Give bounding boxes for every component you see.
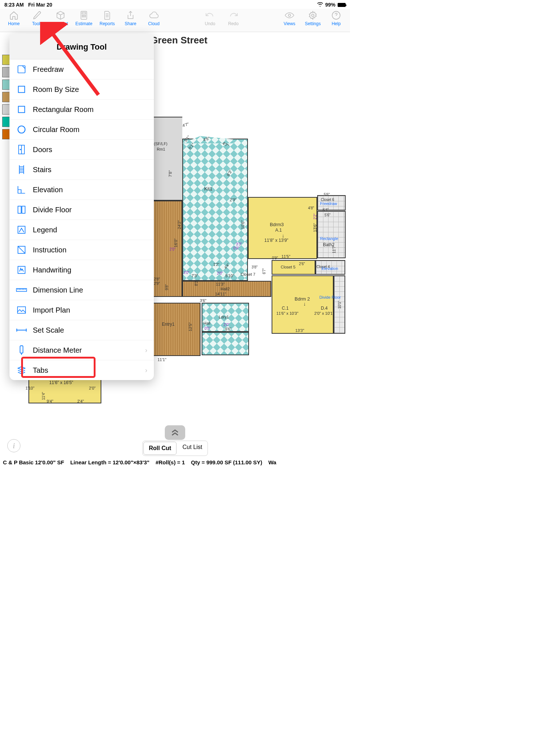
home-button[interactable]: Home: [2, 10, 26, 26]
svg-rect-12: [18, 66, 25, 73]
menu-import-plan[interactable]: Import Plan: [9, 300, 154, 320]
dim: 11'1": [158, 357, 166, 362]
dim: 8'3": [194, 280, 198, 286]
dim: 0'9": [272, 256, 278, 260]
svg-rect-20: [18, 226, 25, 233]
collapse-up-button[interactable]: [165, 425, 185, 440]
room-sub: A.1: [275, 228, 282, 233]
footer-product: C & P Basic 12'0.00" SF: [3, 459, 64, 465]
cloud-button[interactable]: Cloud: [142, 10, 166, 26]
roll-cut-tab[interactable]: Roll Cut: [143, 442, 176, 455]
dim: 9'4": [47, 399, 53, 403]
room-label: Closet 6: [321, 198, 334, 202]
dim: 2'0": [217, 271, 223, 275]
undo-button[interactable]: Undo: [198, 10, 222, 26]
menu-rectangular-room[interactable]: Rectangular Room: [9, 100, 154, 120]
room-label: Kit1: [204, 186, 212, 191]
room-dim: 11'8" x 13'9": [264, 238, 288, 243]
svg-point-15: [18, 126, 25, 133]
circle-icon: [16, 124, 27, 135]
door-icon: [16, 144, 27, 155]
dim: 10'6": [241, 220, 245, 229]
dim: 6'6": [225, 327, 232, 331]
room-bath2[interactable]: [317, 211, 346, 258]
svg-rect-1: [82, 12, 86, 14]
dim: 3'8": [252, 265, 258, 269]
menu-tabs[interactable]: Tabs ›: [9, 360, 154, 380]
menu-distance-meter[interactable]: Distance Meter ›: [9, 340, 154, 360]
info-button[interactable]: i: [7, 439, 20, 452]
footer-trail: Wa: [268, 459, 276, 465]
status-bar: 8:23 AM Fri Mar 20 99%: [0, 0, 350, 9]
redo-button[interactable]: Redo: [222, 10, 245, 26]
menu-legend[interactable]: Legend: [9, 220, 154, 240]
room-hall[interactable]: [202, 332, 249, 355]
help-button[interactable]: Help: [324, 10, 348, 26]
dim: 11'5": [281, 254, 290, 259]
dim: 5'4": [323, 208, 329, 212]
menu-set-scale[interactable]: Set Scale: [9, 320, 154, 340]
box-icon: [55, 10, 66, 20]
pencil-icon: [32, 10, 42, 20]
svg-point-5: [82, 16, 83, 17]
menu-freedraw[interactable]: Freedraw: [9, 59, 154, 80]
menu-instruction[interactable]: Instruction: [9, 240, 154, 260]
stairs-icon: [16, 164, 27, 175]
reports-button[interactable]: Reports: [96, 10, 119, 26]
room-bdrm3[interactable]: [248, 197, 317, 259]
footer-value: = 1: [177, 459, 185, 465]
svg-point-9: [312, 14, 314, 17]
dim: 3'0": [183, 271, 190, 275]
scale-icon: [16, 325, 27, 336]
ruler-icon: [16, 285, 27, 295]
dim: 14'11": [215, 292, 226, 296]
room-entry1[interactable]: [153, 303, 201, 356]
cut-mode-segmented: Roll Cut Cut List: [142, 441, 208, 456]
battery-icon: [338, 3, 346, 7]
views-button[interactable]: Views: [278, 10, 301, 26]
dim: 7'8": [168, 170, 172, 177]
dim: 1'2": [213, 263, 219, 267]
menu-doors[interactable]: Doors: [9, 140, 154, 160]
room-label: Hall: [203, 321, 210, 325]
room-sub: C.1: [282, 306, 289, 311]
menu-handwriting[interactable]: Handwriting: [9, 260, 154, 280]
dim: 2'8": [154, 277, 160, 281]
dim: 2'4": [77, 399, 84, 403]
room-label: Closet 5: [281, 265, 295, 269]
menu-circular-room[interactable]: Circular Room: [9, 120, 154, 140]
dim: 9'8": [165, 284, 169, 290]
gear-icon: [308, 10, 318, 20]
status-time: 8:23 AM: [4, 2, 24, 8]
elevation-icon: [16, 184, 27, 195]
menu-divide-floor[interactable]: Divide Floor: [9, 200, 154, 220]
settings-button[interactable]: Settings: [301, 10, 324, 26]
dim: 2'3": [230, 198, 236, 202]
room-bdrm2[interactable]: [272, 275, 334, 334]
menu-elevation[interactable]: Elevation: [9, 180, 154, 200]
dim: 5'6": [324, 213, 331, 217]
menu-dimension-line[interactable]: Dimension Line: [9, 280, 154, 300]
share-button[interactable]: Share: [119, 10, 142, 26]
dim: 5'10": [225, 274, 234, 278]
cut-list-tab[interactable]: Cut List: [178, 441, 207, 456]
dim: 6'7": [262, 268, 266, 274]
room-dim: 11'6" x 10'3": [276, 311, 298, 316]
chevron-right-icon: ›: [145, 367, 147, 374]
menu-room-by-size[interactable]: Room By Size: [9, 80, 154, 100]
cloud-icon: [149, 10, 159, 20]
home-icon: [9, 10, 19, 20]
dim: 11'7": [332, 245, 336, 253]
annotation: Rectangle: [320, 236, 338, 241]
room-kit1[interactable]: [182, 139, 248, 281]
menu-stairs[interactable]: Stairs: [9, 160, 154, 180]
estimate-button[interactable]: Estimate: [72, 10, 96, 26]
svg-point-8: [288, 14, 291, 16]
svg-point-3: [83, 15, 84, 16]
dim: 7'3": [191, 274, 198, 278]
footer-value: = 12'0.00"×83'3": [108, 459, 149, 465]
product-button[interactable]: Product: [49, 10, 72, 26]
drawing-tool-popover: Drawing Tool Freedraw Room By Size Recta…: [9, 34, 154, 380]
tools-button[interactable]: Tools: [26, 10, 49, 26]
dim: 13'3": [295, 328, 304, 333]
